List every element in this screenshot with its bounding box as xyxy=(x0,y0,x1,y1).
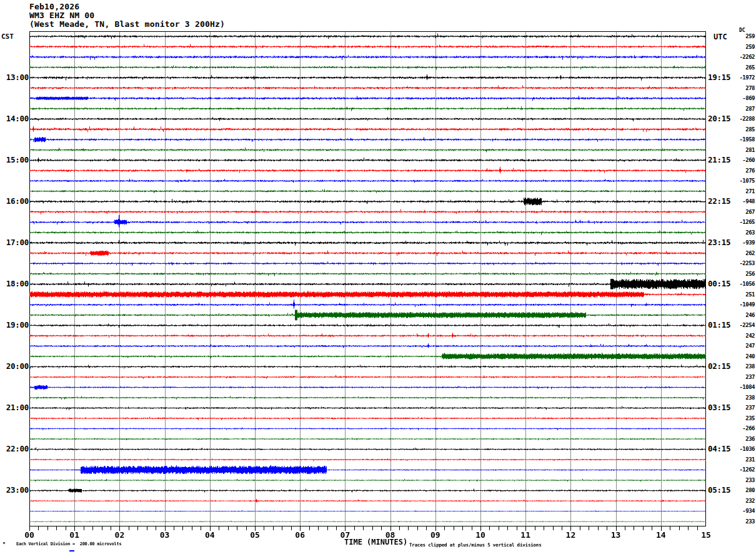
dc-value: 259 xyxy=(730,44,755,50)
dc-value: -1972 xyxy=(730,74,755,81)
dc-value: -1265 xyxy=(730,219,755,225)
dc-value: 256 xyxy=(730,271,755,277)
x-tick-label: 02 xyxy=(110,530,129,540)
x-tick-label: 14 xyxy=(652,530,670,540)
right-timezone-label: UTC xyxy=(714,33,727,41)
dc-value: 246 xyxy=(730,312,755,318)
dc-value: 285 xyxy=(730,126,755,133)
blue-dash-mark xyxy=(69,550,74,551)
dc-value: 238 xyxy=(730,363,755,370)
dc-value: 251 xyxy=(730,291,755,298)
dc-value: 240 xyxy=(730,353,755,360)
left-hour-label: 19:00 xyxy=(4,320,29,330)
left-hour-label: 17:00 xyxy=(4,238,29,248)
x-tick-label: 04 xyxy=(201,530,219,540)
dc-value: -948 xyxy=(730,198,755,204)
x-tick-label: 05 xyxy=(246,530,264,540)
dc-value: -1075 xyxy=(730,178,755,184)
x-tick-label: 01 xyxy=(65,530,84,540)
dc-value: -2253 xyxy=(730,260,755,266)
helicorder-page: Feb10,2026 WM3 EHZ NM 00 (West Meade, TN… xyxy=(0,0,756,554)
dc-value: 236 xyxy=(730,436,755,442)
dc-value: -1958 xyxy=(730,136,755,143)
dc-value: 233 xyxy=(730,518,755,525)
x-tick-label: 15 xyxy=(697,530,715,540)
dc-value: -2288 xyxy=(730,116,755,122)
scale-note: Each Vertical Division = 200.00 microvol… xyxy=(16,541,121,546)
dc-value: 263 xyxy=(730,229,755,236)
dc-value: 280 xyxy=(730,487,755,493)
dc-column-label: DC xyxy=(739,28,745,33)
left-hour-label: 21:00 xyxy=(4,403,29,413)
left-hour-label: 16:00 xyxy=(4,196,29,206)
header-date: Feb10,2026 xyxy=(29,2,79,11)
dc-value: 278 xyxy=(730,85,755,91)
dc-value: -869 xyxy=(730,95,755,101)
helicorder-plot-canvas xyxy=(29,31,706,531)
x-tick-label: 10 xyxy=(471,530,490,540)
clip-note: Traces clipped at plus/minus 5 vertical … xyxy=(409,542,541,548)
left-hour-label: 14:00 xyxy=(4,114,29,124)
left-hour-label: 18:00 xyxy=(4,279,29,289)
dc-value: 235 xyxy=(730,415,755,421)
dc-value: 247 xyxy=(730,343,755,349)
dc-value: 265 xyxy=(730,64,755,71)
x-tick-label: 09 xyxy=(426,530,445,540)
dc-value: 262 xyxy=(730,250,755,256)
left-hour-label: 20:00 xyxy=(4,361,29,371)
dc-value: 259 xyxy=(730,33,755,39)
x-tick-label: 03 xyxy=(156,530,174,540)
dc-value: -1084 xyxy=(730,384,755,390)
dc-value: 231 xyxy=(730,456,755,463)
x-tick-label: 00 xyxy=(20,530,39,540)
left-hour-label: 22:00 xyxy=(4,444,29,454)
x-tick-label: 06 xyxy=(291,530,309,540)
dc-value: 267 xyxy=(730,209,755,215)
dc-value: -260 xyxy=(730,157,755,163)
x-tick-label: 11 xyxy=(516,530,535,540)
dc-value: -1262 xyxy=(730,466,755,473)
x-tick-label: 13 xyxy=(607,530,625,540)
dc-value: -1049 xyxy=(730,301,755,308)
dc-value: 233 xyxy=(730,477,755,483)
dc-value: -1056 xyxy=(730,281,755,287)
dc-value: 232 xyxy=(730,498,755,504)
dc-value: 237 xyxy=(730,405,755,411)
x-tick-label: 12 xyxy=(561,530,580,540)
dc-value: 281 xyxy=(730,147,755,153)
left-hour-label: 23:00 xyxy=(4,485,29,495)
dc-value: -266 xyxy=(730,425,755,431)
dc-value: 276 xyxy=(730,168,755,174)
header-location: (West Meade, TN, Blast monitor 3 200Hz) xyxy=(29,19,225,29)
dc-value: 271 xyxy=(730,188,755,194)
left-timezone-label: CST xyxy=(1,33,14,41)
header-station-id: WM3 EHZ NM 00 xyxy=(29,11,94,20)
watermark-glyph: ₘ xyxy=(2,540,6,545)
dc-value: 287 xyxy=(730,106,755,112)
dc-value: -934 xyxy=(730,508,755,514)
dc-value: -1036 xyxy=(730,446,755,452)
dc-value: 237 xyxy=(730,374,755,380)
dc-value: 242 xyxy=(730,333,755,339)
left-hour-label: 13:00 xyxy=(4,73,29,83)
dc-value: 238 xyxy=(730,395,755,401)
dc-value: -2262 xyxy=(730,54,755,60)
left-hour-label: 15:00 xyxy=(4,155,29,165)
x-axis-title: TIME (MINUTES) xyxy=(344,538,407,546)
dc-value: -2254 xyxy=(730,322,755,328)
dc-value: -939 xyxy=(730,239,755,246)
